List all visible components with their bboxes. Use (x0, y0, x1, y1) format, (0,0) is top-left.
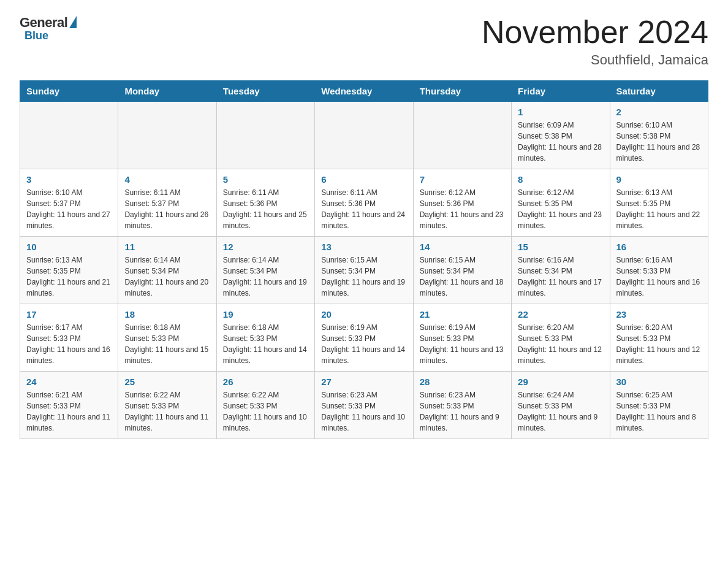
calendar-cell: 6Sunrise: 6:11 AM Sunset: 5:36 PM Daylig… (315, 169, 413, 237)
column-header-saturday: Saturday (610, 81, 708, 102)
calendar-cell (216, 102, 314, 169)
day-number: 10 (26, 242, 112, 252)
day-number: 27 (321, 377, 406, 387)
calendar-cell: 9Sunrise: 6:13 AM Sunset: 5:35 PM Daylig… (610, 169, 708, 237)
day-info: Sunrise: 6:15 AM Sunset: 5:34 PM Dayligh… (420, 255, 505, 299)
calendar-cell: 28Sunrise: 6:23 AM Sunset: 5:33 PM Dayli… (413, 372, 511, 439)
calendar-cell (413, 102, 511, 169)
calendar-cell: 1Sunrise: 6:09 AM Sunset: 5:38 PM Daylig… (512, 102, 610, 169)
day-number: 11 (124, 242, 210, 252)
day-number: 4 (124, 174, 210, 185)
calendar-table: SundayMondayTuesdayWednesdayThursdayFrid… (20, 80, 708, 439)
location-subtitle: Southfield, Jamaica (482, 52, 708, 68)
calendar-cell: 3Sunrise: 6:10 AM Sunset: 5:37 PM Daylig… (20, 169, 118, 237)
day-number: 24 (26, 377, 112, 387)
page-header: General Blue November 2024 Southfield, J… (20, 15, 708, 68)
logo-blue-text: Blue (25, 29, 48, 42)
calendar-cell: 22Sunrise: 6:20 AM Sunset: 5:33 PM Dayli… (512, 304, 610, 372)
day-number: 20 (321, 309, 406, 320)
day-info: Sunrise: 6:14 AM Sunset: 5:34 PM Dayligh… (124, 255, 210, 299)
day-info: Sunrise: 6:11 AM Sunset: 5:36 PM Dayligh… (321, 187, 406, 231)
day-number: 29 (518, 377, 603, 387)
day-info: Sunrise: 6:24 AM Sunset: 5:33 PM Dayligh… (518, 389, 603, 434)
calendar-cell: 14Sunrise: 6:15 AM Sunset: 5:34 PM Dayli… (413, 237, 511, 304)
day-number: 21 (420, 309, 505, 320)
logo: General Blue (20, 15, 77, 42)
calendar-cell: 7Sunrise: 6:12 AM Sunset: 5:36 PM Daylig… (413, 169, 511, 237)
day-number: 8 (518, 174, 603, 185)
day-number: 14 (420, 242, 505, 252)
calendar-cell: 11Sunrise: 6:14 AM Sunset: 5:34 PM Dayli… (118, 237, 216, 304)
calendar-cell: 23Sunrise: 6:20 AM Sunset: 5:33 PM Dayli… (610, 304, 708, 372)
day-number: 16 (616, 242, 702, 252)
column-header-thursday: Thursday (413, 81, 511, 102)
day-info: Sunrise: 6:23 AM Sunset: 5:33 PM Dayligh… (321, 389, 406, 434)
day-info: Sunrise: 6:19 AM Sunset: 5:33 PM Dayligh… (420, 322, 505, 366)
calendar-cell: 29Sunrise: 6:24 AM Sunset: 5:33 PM Dayli… (512, 372, 610, 439)
day-info: Sunrise: 6:19 AM Sunset: 5:33 PM Dayligh… (321, 322, 406, 366)
month-title: November 2024 (482, 15, 708, 50)
calendar-cell: 8Sunrise: 6:12 AM Sunset: 5:35 PM Daylig… (512, 169, 610, 237)
day-info: Sunrise: 6:20 AM Sunset: 5:33 PM Dayligh… (518, 322, 603, 366)
column-header-sunday: Sunday (20, 81, 118, 102)
day-info: Sunrise: 6:11 AM Sunset: 5:36 PM Dayligh… (223, 187, 308, 231)
day-number: 6 (321, 174, 406, 185)
calendar-week-row: 10Sunrise: 6:13 AM Sunset: 5:35 PM Dayli… (20, 237, 708, 304)
day-number: 7 (420, 174, 505, 185)
day-info: Sunrise: 6:12 AM Sunset: 5:35 PM Dayligh… (518, 187, 603, 231)
calendar-week-row: 24Sunrise: 6:21 AM Sunset: 5:33 PM Dayli… (20, 372, 708, 439)
day-info: Sunrise: 6:22 AM Sunset: 5:33 PM Dayligh… (223, 389, 308, 434)
calendar-cell: 30Sunrise: 6:25 AM Sunset: 5:33 PM Dayli… (610, 372, 708, 439)
calendar-cell: 26Sunrise: 6:22 AM Sunset: 5:33 PM Dayli… (216, 372, 314, 439)
calendar-cell: 21Sunrise: 6:19 AM Sunset: 5:33 PM Dayli… (413, 304, 511, 372)
day-info: Sunrise: 6:13 AM Sunset: 5:35 PM Dayligh… (26, 255, 112, 299)
calendar-week-row: 17Sunrise: 6:17 AM Sunset: 5:33 PM Dayli… (20, 304, 708, 372)
day-info: Sunrise: 6:21 AM Sunset: 5:33 PM Dayligh… (26, 389, 112, 434)
day-number: 9 (616, 174, 702, 185)
day-number: 12 (223, 242, 308, 252)
logo-general-text: General (20, 15, 67, 31)
calendar-cell: 13Sunrise: 6:15 AM Sunset: 5:34 PM Dayli… (315, 237, 413, 304)
calendar-cell: 25Sunrise: 6:22 AM Sunset: 5:33 PM Dayli… (118, 372, 216, 439)
day-number: 2 (616, 107, 702, 117)
day-number: 5 (223, 174, 308, 185)
calendar-week-row: 1Sunrise: 6:09 AM Sunset: 5:38 PM Daylig… (20, 102, 708, 169)
calendar-cell (118, 102, 216, 169)
day-info: Sunrise: 6:14 AM Sunset: 5:34 PM Dayligh… (223, 255, 308, 299)
day-info: Sunrise: 6:18 AM Sunset: 5:33 PM Dayligh… (223, 322, 308, 366)
calendar-cell (20, 102, 118, 169)
calendar-cell: 10Sunrise: 6:13 AM Sunset: 5:35 PM Dayli… (20, 237, 118, 304)
calendar-cell: 4Sunrise: 6:11 AM Sunset: 5:37 PM Daylig… (118, 169, 216, 237)
calendar-cell: 16Sunrise: 6:16 AM Sunset: 5:33 PM Dayli… (610, 237, 708, 304)
day-info: Sunrise: 6:11 AM Sunset: 5:37 PM Dayligh… (124, 187, 210, 231)
day-number: 25 (124, 377, 210, 387)
calendar-cell: 17Sunrise: 6:17 AM Sunset: 5:33 PM Dayli… (20, 304, 118, 372)
day-number: 23 (616, 309, 702, 320)
column-header-monday: Monday (118, 81, 216, 102)
day-info: Sunrise: 6:22 AM Sunset: 5:33 PM Dayligh… (124, 389, 210, 434)
day-info: Sunrise: 6:10 AM Sunset: 5:38 PM Dayligh… (616, 120, 702, 164)
calendar-cell: 27Sunrise: 6:23 AM Sunset: 5:33 PM Dayli… (315, 372, 413, 439)
day-info: Sunrise: 6:09 AM Sunset: 5:38 PM Dayligh… (518, 120, 603, 164)
day-number: 3 (26, 174, 112, 185)
calendar-cell: 12Sunrise: 6:14 AM Sunset: 5:34 PM Dayli… (216, 237, 314, 304)
column-header-wednesday: Wednesday (315, 81, 413, 102)
calendar-header-row: SundayMondayTuesdayWednesdayThursdayFrid… (20, 81, 708, 102)
column-header-friday: Friday (512, 81, 610, 102)
day-number: 22 (518, 309, 603, 320)
day-number: 13 (321, 242, 406, 252)
day-number: 17 (26, 309, 112, 320)
day-number: 19 (223, 309, 308, 320)
calendar-cell: 15Sunrise: 6:16 AM Sunset: 5:34 PM Dayli… (512, 237, 610, 304)
logo-triangle-icon (69, 16, 77, 28)
calendar-cell: 5Sunrise: 6:11 AM Sunset: 5:36 PM Daylig… (216, 169, 314, 237)
title-area: November 2024 Southfield, Jamaica (482, 15, 708, 68)
day-number: 1 (518, 107, 603, 117)
calendar-cell: 2Sunrise: 6:10 AM Sunset: 5:38 PM Daylig… (610, 102, 708, 169)
day-info: Sunrise: 6:18 AM Sunset: 5:33 PM Dayligh… (124, 322, 210, 366)
calendar-cell: 18Sunrise: 6:18 AM Sunset: 5:33 PM Dayli… (118, 304, 216, 372)
day-number: 28 (420, 377, 505, 387)
day-number: 30 (616, 377, 702, 387)
day-info: Sunrise: 6:16 AM Sunset: 5:34 PM Dayligh… (518, 255, 603, 299)
day-info: Sunrise: 6:20 AM Sunset: 5:33 PM Dayligh… (616, 322, 702, 366)
